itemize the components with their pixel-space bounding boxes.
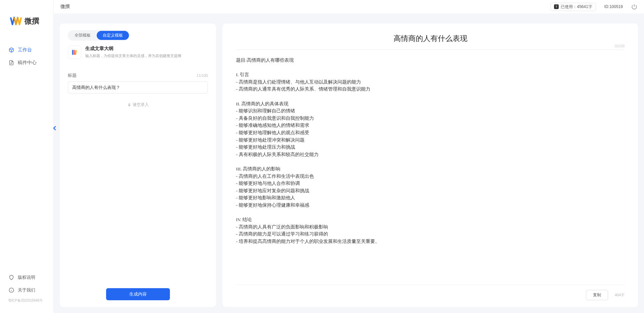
output-header: 高情商的人有什么表现 10/100 <box>236 34 625 50</box>
template-info: 生成文章大纲 输入标题，为你提供文章主体的灵感，并为其创建推文提纲 <box>85 46 208 58</box>
generate-button[interactable]: 生成内容 <box>106 288 170 300</box>
sidebar-item-workspace[interactable]: 工作台 <box>0 44 53 56</box>
left-panel-footer: 生成内容 <box>68 288 208 300</box>
title-input[interactable] <box>68 81 208 94</box>
right-panel-footer: 复制 404字 <box>236 284 625 300</box>
left-panel: 全部模板 自定义模板 生成文章大纲 输入标题，为你提供文章主体的灵感，并为其创建… <box>60 23 216 307</box>
title-input-section: 标题 11/100 <box>68 72 208 94</box>
sidebar-item-about[interactable]: 关于我们 <box>0 284 53 297</box>
input-label: 标题 <box>68 72 77 79</box>
sidebar-item-label: 工作台 <box>18 47 32 53</box>
sidebar-item-drafts[interactable]: 稿件中心 <box>0 56 53 69</box>
content: 全部模板 自定义模板 生成文章大纲 输入标题，为你提供文章主体的灵感，并为其创建… <box>54 13 644 313</box>
right-panel: 高情商的人有什么表现 10/100 题目:高情商的人有哪些表现 I. 引言 - … <box>223 23 638 307</box>
sidebar-item-copyright[interactable]: 版权说明 <box>0 271 53 284</box>
sidebar-collapse-handle[interactable] <box>52 124 57 132</box>
cube-icon <box>8 47 14 53</box>
mic-icon <box>127 103 131 107</box>
logo: 微撰 <box>0 15 53 37</box>
header: 微撰 T 已使用：45641字 ID:100519 <box>54 0 644 13</box>
info-icon <box>8 287 14 293</box>
svg-rect-3 <box>75 50 77 55</box>
shield-icon <box>8 274 14 280</box>
template-card: 生成文章大纲 输入标题，为你提供文章主体的灵感，并为其创建推文提纲 <box>68 41 208 66</box>
icp-text: 鄂ICP备2022016946号 <box>0 297 53 303</box>
svg-rect-4 <box>129 103 130 105</box>
output-title-count: 10/100 <box>614 44 625 48</box>
char-count: 11/100 <box>196 73 208 77</box>
header-right: T 已使用：45641字 ID:100519 <box>550 3 637 11</box>
sidebar-bottom: 版权说明 关于我们 鄂ICP备2022016946号 <box>0 271 53 306</box>
header-title: 微撰 <box>60 4 70 10</box>
main-area: 微撰 T 已使用：45641字 ID:100519 全部模板 <box>54 0 644 313</box>
text-icon: T <box>554 4 559 9</box>
template-name: 生成文章大纲 <box>85 46 208 52</box>
usage-badge[interactable]: T 已使用：45641字 <box>550 3 596 11</box>
logo-text: 微撰 <box>25 16 39 26</box>
power-icon[interactable] <box>631 4 637 10</box>
sidebar-item-label: 关于我们 <box>18 287 35 293</box>
tab-all-templates[interactable]: 全部模板 <box>68 31 97 40</box>
template-tabs: 全部模板 自定义模板 <box>68 30 130 41</box>
voice-input-button[interactable]: 请空录入 <box>68 102 208 108</box>
logo-icon <box>10 15 22 27</box>
template-desc: 输入标题，为你提供文章主体的灵感，并为其创建推文提纲 <box>85 53 208 58</box>
document-icon <box>8 60 14 66</box>
usage-text: 已使用：45641字 <box>561 4 592 10</box>
svg-rect-2 <box>74 50 75 55</box>
tab-custom-templates[interactable]: 自定义模板 <box>97 31 129 40</box>
nav-items: 工作台 稿件中心 <box>0 37 53 271</box>
output-body: 题目:高情商的人有哪些表现 I. 引言 - 高情商是指人们处理情绪、与他人互动以… <box>236 50 625 284</box>
sidebar: 微撰 工作台 <box>0 0 54 313</box>
voice-input-label: 请空录入 <box>133 102 149 108</box>
word-count: 404字 <box>615 293 625 298</box>
sidebar-item-label: 稿件中心 <box>18 60 37 66</box>
user-id: ID:100519 <box>604 4 623 9</box>
output-title: 高情商的人有什么表现 <box>236 34 625 44</box>
copy-button[interactable]: 复制 <box>586 290 608 300</box>
books-icon <box>68 46 81 59</box>
svg-rect-1 <box>72 50 74 55</box>
sidebar-item-label: 版权说明 <box>18 274 35 280</box>
